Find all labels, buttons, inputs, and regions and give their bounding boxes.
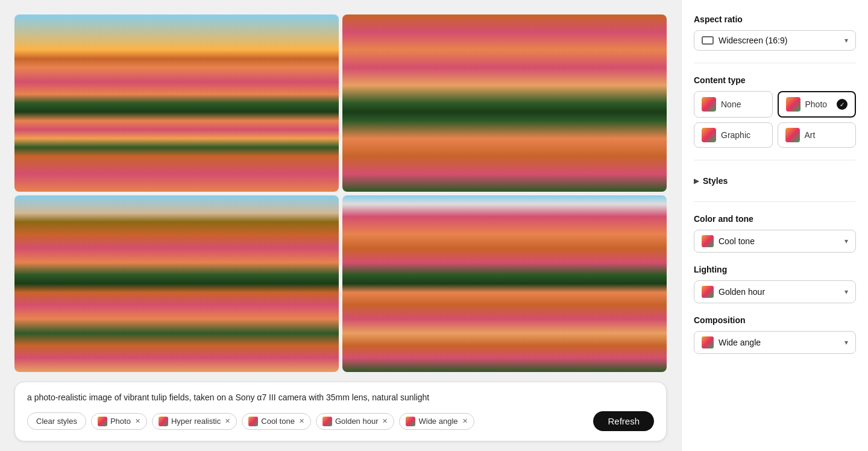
composition-icon xyxy=(702,336,714,348)
tag-hyper-realistic-close[interactable]: ✕ xyxy=(225,417,230,425)
tag-cool-tone-icon xyxy=(248,417,258,426)
composition-label: Composition xyxy=(694,315,856,325)
color-tone-value: Cool tone xyxy=(719,236,840,246)
lighting-select[interactable]: Golden hour ▾ xyxy=(694,280,856,303)
tag-wide-angle-close[interactable]: ✕ xyxy=(462,417,468,425)
color-tone-chevron: ▾ xyxy=(844,237,848,245)
content-type-label: Content type xyxy=(694,75,856,85)
content-type-graphic-label: Graphic xyxy=(721,130,750,140)
color-tone-select[interactable]: Cool tone ▾ xyxy=(694,230,856,253)
color-tone-label: Color and tone xyxy=(694,214,856,224)
right-panel: Aspect ratio Widescreen (16:9) ▾ Content… xyxy=(681,0,868,451)
composition-value: Wide angle xyxy=(719,338,840,347)
composition-select[interactable]: Wide angle ▾ xyxy=(694,331,856,354)
tag-wide-angle-icon xyxy=(406,417,415,426)
aspect-ratio-chevron: ▾ xyxy=(844,36,848,45)
image-bottom-left[interactable] xyxy=(14,195,339,373)
content-type-grid: None Photo ✓ Graphic Art xyxy=(694,91,856,148)
aspect-ratio-section: Aspect ratio Widescreen (16:9) ▾ xyxy=(694,14,856,51)
tag-photo-close[interactable]: ✕ xyxy=(135,417,140,425)
content-type-none-label: None xyxy=(721,99,741,109)
lighting-chevron: ▾ xyxy=(844,288,848,296)
prompt-area: a photo-realistic image of vibrant tulip… xyxy=(14,382,667,441)
divider-3 xyxy=(694,201,856,202)
tag-photo-icon xyxy=(98,417,107,426)
refresh-button[interactable]: Refresh xyxy=(593,411,654,431)
lighting-value: Golden hour xyxy=(719,287,840,297)
clear-styles-button[interactable]: Clear styles xyxy=(27,412,86,430)
widescreen-icon xyxy=(702,36,714,45)
none-icon xyxy=(702,97,716,112)
color-tone-icon xyxy=(702,235,714,247)
tag-cool-tone[interactable]: Cool tone ✕ xyxy=(242,413,311,430)
content-type-graphic[interactable]: Graphic xyxy=(694,122,773,148)
tag-hyper-realistic-icon xyxy=(159,417,168,426)
divider-1 xyxy=(694,63,856,63)
content-type-photo[interactable]: Photo ✓ xyxy=(778,91,857,118)
art-icon xyxy=(785,128,800,142)
photo-icon xyxy=(786,97,800,112)
divider-2 xyxy=(694,160,856,160)
image-bottom-right[interactable] xyxy=(342,195,667,373)
styles-row[interactable]: ▶ Styles xyxy=(694,172,856,189)
lighting-label: Lighting xyxy=(694,265,856,274)
tag-photo[interactable]: Photo ✕ xyxy=(91,413,147,430)
content-type-section: Content type None Photo ✓ Graphic Art xyxy=(694,75,856,148)
tag-cool-tone-label: Cool tone xyxy=(261,417,295,426)
graphic-icon xyxy=(702,128,716,142)
aspect-ratio-label: Aspect ratio xyxy=(694,14,856,24)
prompt-tags: Clear styles Photo ✕ Hyper realistic ✕ C… xyxy=(27,411,654,431)
lighting-section: Lighting Golden hour ▾ xyxy=(694,265,856,303)
tag-hyper-realistic[interactable]: Hyper realistic ✕ xyxy=(152,413,237,430)
content-type-art[interactable]: Art xyxy=(778,122,857,148)
composition-chevron: ▾ xyxy=(844,338,848,347)
composition-section: Composition Wide angle ▾ xyxy=(694,315,856,354)
aspect-ratio-select[interactable]: Widescreen (16:9) ▾ xyxy=(694,30,856,51)
content-type-none[interactable]: None xyxy=(694,91,773,118)
tag-golden-hour[interactable]: Golden hour ✕ xyxy=(316,413,395,430)
content-type-art-label: Art xyxy=(805,130,816,140)
tag-golden-hour-label: Golden hour xyxy=(335,417,379,426)
image-top-left[interactable] xyxy=(14,14,339,192)
styles-label: Styles xyxy=(703,176,728,186)
image-grid xyxy=(14,14,667,372)
main-content: a photo-realistic image of vibrant tulip… xyxy=(0,0,681,451)
photo-check: ✓ xyxy=(837,99,848,110)
tag-golden-hour-close[interactable]: ✕ xyxy=(382,417,388,425)
tag-wide-angle[interactable]: Wide angle ✕ xyxy=(399,413,474,430)
tag-photo-label: Photo xyxy=(110,417,131,426)
styles-expand-icon: ▶ xyxy=(694,177,699,185)
content-type-photo-label: Photo xyxy=(805,99,828,109)
tag-wide-angle-label: Wide angle xyxy=(418,417,458,426)
aspect-ratio-value: Widescreen (16:9) xyxy=(719,36,840,45)
tag-hyper-realistic-label: Hyper realistic xyxy=(171,417,221,426)
image-top-right[interactable] xyxy=(342,14,667,192)
prompt-text: a photo-realistic image of vibrant tulip… xyxy=(27,392,654,404)
tag-golden-hour-icon xyxy=(322,417,332,426)
color-tone-section: Color and tone Cool tone ▾ xyxy=(694,214,856,253)
tag-cool-tone-close[interactable]: ✕ xyxy=(299,417,304,425)
lighting-icon xyxy=(702,286,714,298)
